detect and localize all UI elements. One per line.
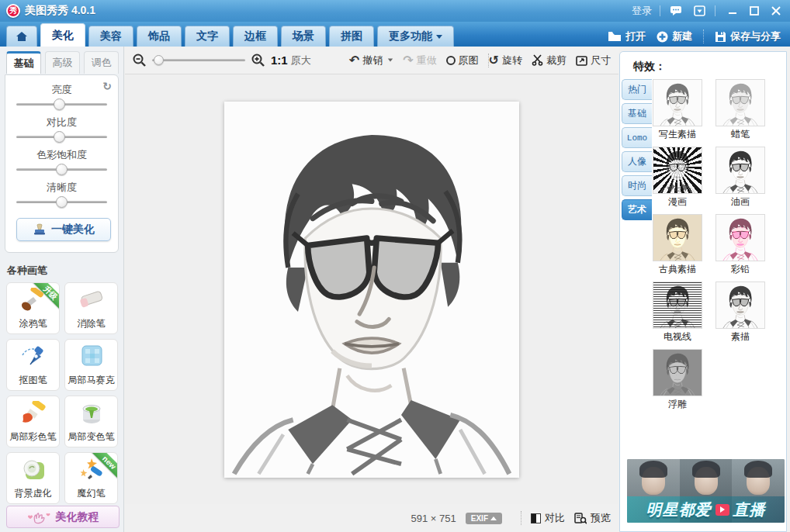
undo-history-caret[interactable] bbox=[388, 59, 393, 62]
open-button[interactable]: 打开 bbox=[608, 29, 646, 43]
sharpness-slider[interactable] bbox=[16, 195, 107, 209]
fx-cat-portrait[interactable]: 人像 bbox=[622, 151, 652, 172]
app-window: 秀 美图秀秀 4.0.1 登录 bbox=[0, 0, 790, 532]
crop-button[interactable]: 裁剪 bbox=[532, 54, 567, 67]
chevron-down-icon bbox=[436, 35, 442, 39]
effect-manga[interactable]: 漫画 bbox=[653, 147, 702, 209]
effect-sketch-drawing[interactable]: 写生素描 bbox=[653, 79, 702, 141]
hand-hearts-icon bbox=[27, 510, 50, 525]
left-panel: 基础 高级 调色 ↻ 亮度 对比度 色彩饱和度 清 bbox=[0, 47, 124, 532]
canvas-area bbox=[125, 74, 618, 504]
slider-group-contrast: 对比度 bbox=[16, 116, 107, 143]
login-link[interactable]: 登录 bbox=[632, 4, 652, 18]
reset-icon[interactable]: ↻ bbox=[102, 80, 112, 92]
exif-badge[interactable]: EXIF bbox=[466, 513, 502, 524]
effect-classic-sketch[interactable]: 古典素描 bbox=[653, 214, 702, 276]
preview-button[interactable]: 预览 bbox=[574, 511, 611, 525]
zoom-original-label: 原大 bbox=[291, 54, 311, 67]
minimize-button[interactable] bbox=[725, 4, 740, 18]
ad-headline: 明星都爱 直播 bbox=[627, 496, 785, 523]
tab-collage[interactable]: 拼图 bbox=[329, 26, 374, 47]
effects-grid: 写生素描 蜡笔 漫画 油画 bbox=[653, 77, 786, 411]
effects-categories: 热门 基础 Lomo 人像 时尚 艺术 bbox=[622, 79, 652, 220]
folder-icon bbox=[608, 31, 622, 42]
brush-magic-pen[interactable]: new 魔幻笔 bbox=[64, 452, 118, 504]
slider-label: 清晰度 bbox=[16, 181, 107, 195]
zoom-in-button[interactable] bbox=[251, 54, 265, 67]
fx-cat-art[interactable]: 艺术 bbox=[622, 199, 652, 220]
beautify-tutorial-button[interactable]: 美化教程 bbox=[6, 506, 120, 528]
brush-local-recolor-pen[interactable]: 局部变色笔 bbox=[64, 396, 118, 447]
stamp-icon bbox=[33, 223, 47, 236]
canvas-image[interactable] bbox=[224, 102, 519, 478]
one-key-beautify-button[interactable]: 一键美化 bbox=[16, 218, 111, 241]
tab-beautify[interactable]: 美化 bbox=[40, 23, 85, 47]
brush-cutout-pen[interactable]: 抠图笔 bbox=[6, 339, 60, 391]
resize-icon bbox=[576, 55, 587, 66]
adjust-panel: ↻ 亮度 对比度 色彩饱和度 清晰度 bbox=[5, 74, 119, 253]
zoom-out-button[interactable] bbox=[133, 54, 146, 67]
brush-local-color-pen[interactable]: 局部彩色笔 bbox=[6, 396, 60, 447]
tab-frame[interactable]: 边框 bbox=[233, 26, 278, 47]
saturation-slider[interactable] bbox=[16, 163, 107, 176]
undo-icon: ↶ bbox=[349, 54, 359, 67]
chat-icon[interactable] bbox=[668, 4, 684, 18]
fx-cat-lomo[interactable]: Lomo bbox=[622, 127, 652, 148]
effect-crayon[interactable]: 蜡笔 bbox=[716, 79, 765, 141]
tab-text[interactable]: 文字 bbox=[185, 26, 230, 47]
magic-pen-icon bbox=[76, 458, 107, 484]
new-button[interactable]: 新建 bbox=[657, 29, 692, 43]
statusbar-separator bbox=[521, 511, 521, 525]
brush-background-blur[interactable]: 背景虚化 bbox=[6, 452, 60, 504]
preview-icon bbox=[574, 513, 587, 524]
feedback-icon[interactable] bbox=[691, 4, 707, 18]
tab-decorate[interactable]: 饰品 bbox=[137, 26, 182, 47]
maximize-button[interactable] bbox=[747, 4, 762, 18]
resize-button[interactable]: 尺寸 bbox=[576, 54, 611, 67]
rotate-button[interactable]: ↺ 旋转 bbox=[489, 54, 522, 67]
effect-emboss[interactable]: 浮雕 bbox=[653, 349, 702, 411]
play-icon bbox=[716, 504, 729, 516]
tab-more-features[interactable]: 更多功能 bbox=[377, 26, 454, 47]
tab-basic[interactable]: 基础 bbox=[6, 51, 41, 74]
compare-icon bbox=[531, 513, 541, 523]
color-brush-icon bbox=[18, 401, 49, 427]
tab-home[interactable] bbox=[6, 26, 37, 47]
zoom-slider[interactable] bbox=[152, 54, 245, 67]
titlebar-separator bbox=[660, 5, 660, 16]
brightness-slider[interactable] bbox=[16, 98, 107, 111]
brush-eraser-pen[interactable]: 消除笔 bbox=[64, 282, 118, 334]
contrast-slider[interactable] bbox=[16, 130, 107, 143]
close-button[interactable] bbox=[768, 4, 784, 18]
zoom-ratio[interactable]: 1:1 bbox=[271, 54, 288, 67]
slider-group-sharpness: 清晰度 bbox=[16, 181, 107, 209]
tab-scene[interactable]: 场景 bbox=[281, 26, 326, 47]
chevron-up-icon bbox=[490, 516, 497, 520]
titlebar-separator bbox=[715, 5, 716, 16]
compare-button[interactable]: 对比 bbox=[531, 511, 565, 525]
app-title: 美图秀秀 4.0.1 bbox=[25, 4, 95, 18]
brushes-header: 各种画笔 bbox=[7, 264, 123, 278]
tab-advanced[interactable]: 高级 bbox=[45, 51, 80, 74]
effect-oil-painting[interactable]: 油画 bbox=[716, 147, 765, 209]
effect-sketch[interactable]: 素描 bbox=[716, 282, 765, 344]
fx-cat-hot[interactable]: 热门 bbox=[622, 79, 652, 100]
redo-button[interactable]: ↷ 重做 bbox=[403, 54, 436, 67]
eraser-icon bbox=[76, 288, 107, 314]
ad-banner[interactable]: 明星都爱 直播 bbox=[627, 459, 785, 523]
undo-button[interactable]: ↶ 撤销 bbox=[349, 54, 393, 67]
tab-tone[interactable]: 调色 bbox=[84, 51, 119, 74]
view-original-button[interactable]: 原图 bbox=[446, 54, 479, 67]
app-logo-icon: 秀 bbox=[6, 4, 20, 18]
save-share-button[interactable]: 保存与分享 bbox=[715, 29, 781, 43]
brush-mosaic[interactable]: 局部马赛克 bbox=[64, 339, 118, 391]
rotate-icon: ↺ bbox=[489, 54, 499, 67]
titlebar: 秀 美图秀秀 4.0.1 登录 bbox=[0, 0, 790, 22]
effect-colored-pencil[interactable]: 彩铅 bbox=[716, 214, 765, 276]
doodle-brush-icon bbox=[18, 288, 49, 314]
brush-doodle-pen[interactable]: 升级 涂鸦笔 bbox=[6, 282, 60, 334]
fx-cat-basic[interactable]: 基础 bbox=[622, 103, 652, 124]
fx-cat-fashion[interactable]: 时尚 bbox=[622, 175, 652, 196]
tab-beauty[interactable]: 美容 bbox=[88, 26, 133, 47]
effect-tv-lines[interactable]: 电视线 bbox=[653, 282, 702, 344]
